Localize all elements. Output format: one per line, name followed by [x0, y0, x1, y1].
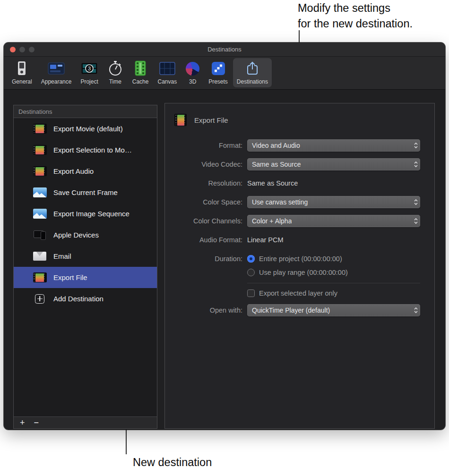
resolution-value: Same as Source: [247, 177, 298, 189]
popup-chevrons-icon: [413, 198, 419, 208]
radio-selected-icon[interactable]: [247, 255, 255, 263]
plus-square-icon: [35, 294, 44, 304]
sidebar-footer: + −: [14, 416, 157, 428]
callout-top-text: Modify the settings for the new destinat…: [298, 0, 413, 32]
sidebar-item-label: Export Image Sequence: [53, 210, 130, 218]
sphere-icon: [186, 60, 199, 76]
toolbar-label: Appearance: [41, 78, 72, 85]
color-channels-popup[interactable]: Color + Alpha: [247, 215, 420, 227]
cache-icon: [134, 60, 147, 76]
audio-format-label: Audio Format:: [165, 234, 242, 246]
toolbar-item-general[interactable]: General: [8, 58, 36, 87]
video-codec-popup[interactable]: Same as Source: [247, 158, 420, 170]
video-codec-label: Video Codec:: [165, 158, 242, 170]
sidebar-item-label: Email: [53, 252, 71, 260]
popup-chevrons-icon: [413, 306, 419, 316]
format-label: Format:: [165, 139, 242, 152]
divider: [247, 283, 420, 283]
window-title: Destinations: [207, 46, 242, 53]
svg-text:3: 3: [88, 66, 91, 71]
filmstrip-icon: [33, 272, 47, 282]
toolbar-item-project[interactable]: 3 Project: [77, 58, 102, 87]
stopwatch-icon: [107, 60, 123, 76]
toolbar-label: Presets: [208, 78, 228, 85]
sidebar-item-label: Export Selection to Mo…: [53, 146, 132, 154]
remove-destination-button[interactable]: −: [34, 418, 39, 427]
sidebar-item-label: Export Movie (default): [53, 125, 123, 133]
share-icon: [244, 60, 260, 76]
radio-unselected-icon[interactable]: [247, 269, 255, 276]
duration-entire-project-option[interactable]: Entire project (00:00:00:00): [247, 253, 342, 265]
sidebar-item-label: Export Audio: [53, 167, 94, 175]
popup-chevrons-icon: [413, 217, 419, 227]
destinations-list: Export Movie (default) Export Selection …: [14, 118, 157, 416]
general-icon: [16, 60, 28, 76]
canvas-icon: [159, 60, 176, 76]
sidebar-item-save-current-frame[interactable]: Save Current Frame: [14, 182, 157, 203]
minimize-button[interactable]: [19, 47, 25, 52]
toolbar-item-3d[interactable]: 3D: [182, 58, 203, 87]
color-space-popup[interactable]: Use canvas setting: [247, 196, 420, 208]
sidebar-item-add-destination[interactable]: Add Destination: [14, 288, 157, 309]
toolbar-item-time[interactable]: Time: [104, 58, 127, 87]
color-space-label: Color Space:: [165, 196, 242, 208]
devices-icon: [33, 230, 47, 240]
add-destination-button[interactable]: +: [20, 418, 25, 427]
filmstrip-icon: [33, 166, 47, 176]
callout-bottom-text: New destination: [133, 455, 212, 470]
duration-play-range-option[interactable]: Use play range (00:00:00:00): [247, 266, 348, 279]
open-with-label: Open with:: [165, 304, 242, 316]
toolbar-label: Project: [80, 78, 98, 85]
sidebar-item-label: Save Current Frame: [53, 188, 118, 196]
toolbar-label: Destinations: [237, 78, 268, 85]
sidebar-item-apple-devices[interactable]: Apple Devices: [14, 224, 157, 246]
audio-format-value: Linear PCM: [247, 234, 284, 246]
toolbar-item-canvas[interactable]: Canvas: [154, 58, 181, 87]
preferences-window: Destinations General Appearance 3 Projec…: [4, 42, 445, 430]
resolution-label: Resolution:: [165, 177, 242, 189]
panel-title: Export File: [194, 116, 228, 124]
checkbox-unchecked-icon[interactable]: [247, 289, 255, 297]
envelope-icon: [33, 252, 46, 261]
open-with-popup[interactable]: QuickTime Player (default): [247, 304, 420, 316]
sidebar-header: Destinations: [14, 105, 157, 118]
filmstrip-icon: [33, 124, 47, 134]
toolbar-label: Canvas: [157, 78, 177, 85]
sidebar-item-export-selection[interactable]: Export Selection to Mo…: [14, 139, 157, 161]
zoom-button[interactable]: [29, 47, 35, 52]
sidebar-item-export-file[interactable]: Export File: [14, 267, 157, 288]
toolbar-item-cache[interactable]: Cache: [129, 58, 153, 87]
presets-icon: [211, 60, 225, 76]
titlebar[interactable]: Destinations: [4, 42, 445, 57]
sidebar-item-label: Apple Devices: [53, 231, 99, 239]
toolbar-item-presets[interactable]: Presets: [205, 58, 232, 87]
sidebar-item-export-image-sequence[interactable]: Export Image Sequence: [14, 203, 157, 224]
color-channels-label: Color Channels:: [165, 215, 242, 227]
preferences-toolbar: General Appearance 3 Project Time Cache: [4, 57, 445, 90]
export-file-icon: [174, 114, 187, 126]
project-icon: 3: [81, 60, 98, 76]
photo-icon: [33, 209, 47, 219]
sidebar-item-label: Add Destination: [53, 295, 104, 303]
export-file-settings-panel: Export File Format: Video and Audio Vide…: [164, 103, 435, 429]
toolbar-label: Time: [109, 78, 121, 85]
toolbar-item-destinations[interactable]: Destinations: [233, 58, 272, 87]
toolbar-label: General: [12, 78, 32, 85]
sidebar-item-label: Export File: [53, 273, 87, 281]
toolbar-label: 3D: [189, 78, 196, 85]
duration-label: Duration:: [165, 253, 242, 265]
appearance-icon: [48, 60, 65, 76]
sidebar-item-export-movie[interactable]: Export Movie (default): [14, 118, 157, 139]
photo-icon: [33, 187, 47, 197]
toolbar-label: Cache: [132, 78, 149, 85]
popup-chevrons-icon: [413, 141, 419, 152]
sidebar-item-email[interactable]: Email: [14, 246, 157, 267]
format-popup[interactable]: Video and Audio: [247, 139, 420, 152]
filmstrip-icon: [33, 145, 47, 155]
destinations-sidebar: Destinations Export Movie (default) Expo…: [13, 105, 157, 429]
export-selected-layer-option[interactable]: Export selected layer only: [247, 287, 337, 299]
sidebar-item-export-audio[interactable]: Export Audio: [14, 161, 157, 182]
close-button[interactable]: [10, 47, 16, 52]
popup-chevrons-icon: [413, 160, 419, 170]
toolbar-item-appearance[interactable]: Appearance: [37, 58, 76, 87]
